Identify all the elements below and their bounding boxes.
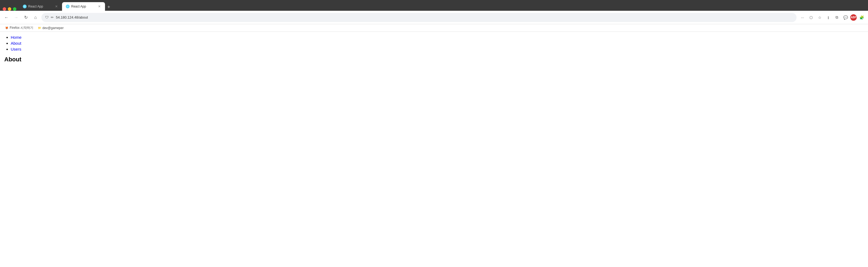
back-icon: ← — [4, 15, 9, 20]
maximize-dot[interactable] — [13, 7, 17, 11]
bookmark-firefox-label: Firefox 시작하기 — [10, 26, 33, 30]
tab-2-close[interactable]: ✕ — [97, 5, 101, 8]
bookmarks-bar: 🦊 Firefox 시작하기 📁 dev@gameper — [0, 24, 868, 32]
nav-link-about[interactable]: About — [11, 41, 21, 46]
folder-icon: 📁 — [38, 26, 41, 30]
nav-item-about: About — [11, 41, 864, 46]
pocket-button[interactable]: ⬡ — [807, 14, 815, 21]
new-tab-button[interactable]: + — [105, 3, 113, 11]
nav-item-users: Users — [11, 47, 864, 52]
synced-tabs-icon: ⧉ — [836, 15, 838, 20]
tab-1-favicon: ⚛ — [23, 5, 27, 8]
forward-icon: → — [14, 15, 18, 20]
firefox-icon: 🦊 — [5, 26, 9, 30]
pocket-icon: ⬡ — [809, 15, 813, 20]
address-bar[interactable]: 🛡 ✏ 54.180.124.48/about — [41, 13, 797, 22]
tab-bar: ⚛ React App ✕ ⚛ React App ✕ + — [0, 0, 868, 11]
reload-button[interactable]: ↻ — [22, 14, 30, 21]
tab-2-title: React App — [71, 5, 86, 8]
nav-link-home[interactable]: Home — [11, 35, 22, 39]
bookmark-folder-label: dev@gameper — [42, 26, 64, 30]
nav-item-home: Home — [11, 35, 864, 40]
site-navigation: Home About Users — [4, 35, 864, 52]
home-icon: ⌂ — [34, 15, 37, 20]
pencil-icon: ✏ — [51, 15, 54, 19]
chat-button[interactable]: 💬 — [842, 14, 849, 21]
library-button[interactable]: ⫿ — [825, 14, 832, 21]
nav-link-users[interactable]: Users — [11, 47, 21, 51]
tab-2-favicon: ⚛ — [66, 5, 69, 8]
page-heading: About — [4, 56, 864, 63]
bookmark-folder[interactable]: 📁 dev@gameper — [36, 26, 65, 30]
back-button[interactable]: ← — [3, 14, 10, 21]
synced-tabs-button[interactable]: ⧉ — [833, 14, 841, 21]
user-avatar[interactable]: ABP — [850, 14, 857, 21]
more-icon: ··· — [801, 15, 804, 20]
browser-window: ⚛ React App ✕ ⚛ React App ✕ + ← → ↻ ⌂ 🛡 … — [0, 0, 868, 267]
extensions-icon: 🧩 — [859, 15, 864, 20]
minimize-dot[interactable] — [8, 7, 11, 11]
tab-1-title: React App — [28, 5, 43, 8]
library-icon: ⫿ — [828, 15, 829, 20]
window-controls — [0, 7, 19, 11]
chat-icon: 💬 — [843, 15, 848, 20]
tab-1-close[interactable]: ✕ — [55, 5, 58, 8]
reload-icon: ↻ — [24, 15, 28, 20]
home-button[interactable]: ⌂ — [32, 14, 39, 21]
navigation-bar: ← → ↻ ⌂ 🛡 ✏ 54.180.124.48/about ··· ⬡ ☆ — [0, 11, 868, 24]
shield-icon: 🛡 — [45, 15, 49, 19]
forward-button[interactable]: → — [12, 14, 20, 21]
page-content: Home About Users About — [0, 32, 868, 267]
extensions-button[interactable]: 🧩 — [858, 14, 865, 21]
more-button[interactable]: ··· — [799, 14, 806, 21]
star-button[interactable]: ☆ — [816, 14, 824, 21]
tab-2[interactable]: ⚛ React App ✕ — [62, 2, 105, 11]
close-dot[interactable] — [3, 7, 6, 11]
bookmark-firefox[interactable]: 🦊 Firefox 시작하기 — [3, 25, 35, 31]
address-text: 54.180.124.48/about — [56, 15, 793, 19]
nav-right-actions: ··· ⬡ ☆ ⫿ ⧉ 💬 ABP 🧩 — [799, 14, 865, 21]
tab-1[interactable]: ⚛ React App ✕ — [19, 2, 62, 11]
avatar-label: ABP — [850, 16, 856, 19]
star-icon: ☆ — [818, 15, 822, 20]
